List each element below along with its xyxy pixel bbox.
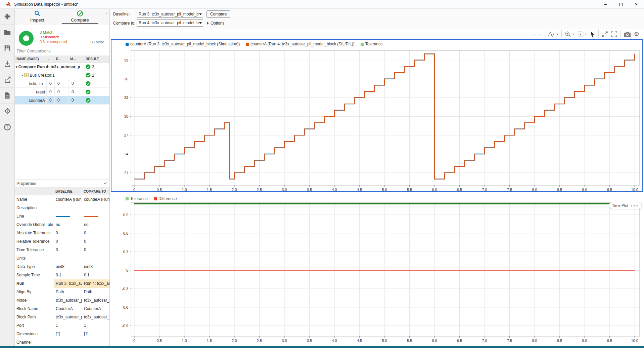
time-plot-tag[interactable]: Time Plot ●●● bbox=[609, 202, 642, 209]
comparison-plot-canvas[interactable]: 2124273033363900.51.01.52.02.53.03.54.04… bbox=[111, 40, 642, 191]
property-row-block-name: Block NameCounterACounterA bbox=[15, 305, 110, 313]
compare-value[interactable]: tc3x_autosar_p bbox=[82, 296, 110, 305]
collapse-panel-icon[interactable]: ‹ bbox=[106, 10, 107, 16]
fullscreen-icon[interactable] bbox=[611, 30, 617, 39]
difference-plot[interactable]: ToleranceDifference Time Plot ●●● 0.90.6… bbox=[111, 195, 644, 346]
baseline-value[interactable]: tc3x_autosar_p bbox=[54, 313, 82, 321]
legend-item[interactable]: Tolerance bbox=[361, 42, 383, 46]
compare-button[interactable]: Compare bbox=[206, 10, 230, 18]
previous-icon[interactable]: ‹ bbox=[533, 32, 536, 37]
comparison-table-header[interactable]: NAME (BASE).R...M...RESULT bbox=[15, 56, 109, 63]
svg-text:2.5: 2.5 bbox=[257, 188, 262, 191]
baseline-value[interactable]: Path bbox=[54, 288, 82, 296]
legend-item[interactable]: Difference bbox=[154, 196, 177, 201]
baseline-value[interactable]: uint8 bbox=[54, 263, 82, 271]
import-icon[interactable] bbox=[0, 56, 15, 72]
baseline-value[interactable]: [1] bbox=[54, 330, 82, 338]
compare-value[interactable]: 1 bbox=[82, 321, 110, 330]
legend-item[interactable]: Tolerance bbox=[126, 196, 148, 201]
signal-name: counterA bbox=[15, 98, 46, 103]
column-header[interactable]: . bbox=[46, 57, 54, 61]
baseline-value[interactable]: no bbox=[54, 221, 82, 229]
preferences-icon[interactable]: ⚙ bbox=[0, 104, 15, 119]
baseline-value[interactable]: Run 3: tc3x_au bbox=[54, 279, 82, 288]
difference-plot-canvas[interactable]: 0.90.60.30-0.3-0.6-0.900.51.01.52.02.53.… bbox=[111, 195, 644, 346]
settings-icon[interactable]: ⚙ bbox=[634, 30, 639, 39]
dropdown-caret-icon bbox=[199, 13, 202, 15]
compare-value[interactable] bbox=[82, 254, 110, 263]
close-button[interactable]: ✕ bbox=[629, 0, 644, 9]
baseline-value[interactable] bbox=[54, 254, 82, 263]
filter-comparisons-input[interactable] bbox=[15, 49, 109, 53]
comparison-row-countera[interactable]: counterA000 bbox=[15, 96, 109, 105]
baseline-value[interactable]: 0.1 bbox=[54, 271, 82, 279]
open-icon[interactable] bbox=[0, 25, 15, 40]
expand-caret-icon[interactable]: ▾ bbox=[16, 65, 17, 69]
compare-value[interactable]: counterA (Run bbox=[82, 195, 110, 204]
comparison-row-compare-run-4-tc3x-autosar-p[interactable]: ▾Compare Run 4: tc3x_autosar_p3 bbox=[15, 63, 109, 71]
snapshot-icon[interactable] bbox=[624, 30, 631, 39]
comparison-row-bus-creator-1[interactable]: ▾Bus Creator:12 bbox=[15, 71, 109, 79]
compare-value[interactable] bbox=[82, 204, 110, 212]
expand-icon[interactable] bbox=[602, 30, 608, 39]
svg-text:5.5: 5.5 bbox=[407, 339, 412, 343]
comparison-row-ticks-to-[interactable]: ticks_to_000 bbox=[15, 79, 109, 88]
compare-line-swatch[interactable] bbox=[84, 216, 98, 217]
baseline-value[interactable]: 0 bbox=[54, 229, 82, 237]
compare-value[interactable]: Run 4: tc3x_au bbox=[82, 279, 110, 288]
compare-value[interactable]: 0 bbox=[82, 229, 110, 237]
tab-compare[interactable]: Compare bbox=[65, 10, 95, 23]
expand-caret-icon[interactable]: ▾ bbox=[21, 74, 23, 77]
baseline-line-swatch[interactable] bbox=[56, 216, 70, 217]
column-header[interactable]: NAME (BASE) bbox=[15, 57, 46, 61]
check-circle-icon bbox=[77, 10, 83, 17]
create-report-icon[interactable] bbox=[0, 88, 15, 104]
fit-to-view-icon[interactable] bbox=[577, 30, 587, 39]
baseline-value[interactable] bbox=[54, 204, 82, 212]
baseline-value[interactable]: tc3x_autosar_p bbox=[54, 296, 82, 305]
next-icon[interactable]: › bbox=[539, 32, 542, 37]
compare-value[interactable]: tc3x_autosar_p bbox=[82, 313, 110, 321]
baseline-value[interactable] bbox=[54, 338, 82, 347]
baseline-value[interactable]: 0 bbox=[54, 237, 82, 246]
save-icon[interactable] bbox=[0, 40, 15, 56]
zoom-icon[interactable] bbox=[565, 30, 574, 39]
svg-text:0.6: 0.6 bbox=[123, 231, 128, 235]
chevron-down-icon[interactable] bbox=[103, 182, 107, 185]
options-expander[interactable]: Options bbox=[207, 21, 224, 26]
minimize-button[interactable] bbox=[598, 0, 613, 9]
compare-value[interactable]: CounterA bbox=[82, 305, 110, 313]
legend-item[interactable]: counterA (Run 3: tc3x_autosar_pil_model_… bbox=[126, 42, 240, 46]
svg-text:2.0: 2.0 bbox=[232, 339, 237, 343]
compare-value[interactable] bbox=[82, 338, 110, 347]
export-icon[interactable] bbox=[0, 72, 15, 88]
signal-trace-icon[interactable] bbox=[548, 30, 558, 39]
compare-to-dropdown[interactable]: Run 4: tc3x_autosar_pil_model_b bbox=[137, 20, 203, 27]
tab-inspect[interactable]: Inspect bbox=[22, 10, 52, 23]
compare-value[interactable]: 0 bbox=[82, 246, 110, 254]
compare-value[interactable]: Path bbox=[82, 288, 110, 296]
compare-value[interactable]: uint8 bbox=[82, 263, 110, 271]
baseline-dropdown[interactable]: Run 3: tc3x_autosar_pil_model_b bbox=[137, 11, 203, 18]
compare-value[interactable]: no bbox=[82, 221, 110, 229]
compare-value[interactable]: 0.1 bbox=[82, 271, 110, 279]
comparison-row-reset[interactable]: reset000 bbox=[15, 88, 109, 96]
column-header[interactable]: R... bbox=[54, 57, 68, 61]
baseline-value[interactable]: 0 bbox=[54, 246, 82, 254]
compare-value[interactable]: [1] bbox=[82, 330, 110, 338]
baseline-value[interactable]: counterA (Run bbox=[54, 195, 82, 204]
legend-item[interactable]: counterA (Run 4: tc3x_autosar_pil_model_… bbox=[246, 42, 355, 46]
baseline-value[interactable]: 1 bbox=[54, 321, 82, 330]
arrow-cursor-icon[interactable] bbox=[590, 30, 595, 39]
add-icon[interactable] bbox=[0, 9, 15, 25]
column-header[interactable]: M... bbox=[68, 57, 84, 61]
maximize-button[interactable] bbox=[613, 0, 629, 9]
column-header[interactable]: RESULT bbox=[84, 57, 110, 61]
more-button[interactable]: [+] More bbox=[90, 40, 104, 44]
baseline-value[interactable]: CounterA bbox=[54, 305, 82, 313]
help-icon[interactable]: ? bbox=[0, 119, 15, 135]
comparison-plot[interactable]: counterA (Run 3: tc3x_autosar_pil_model_… bbox=[111, 39, 643, 192]
properties-column-header: COMPARE TO bbox=[82, 187, 110, 195]
compare-value[interactable]: 0 bbox=[82, 237, 110, 246]
time-plot-menu-icon[interactable]: ●●● bbox=[631, 204, 639, 207]
